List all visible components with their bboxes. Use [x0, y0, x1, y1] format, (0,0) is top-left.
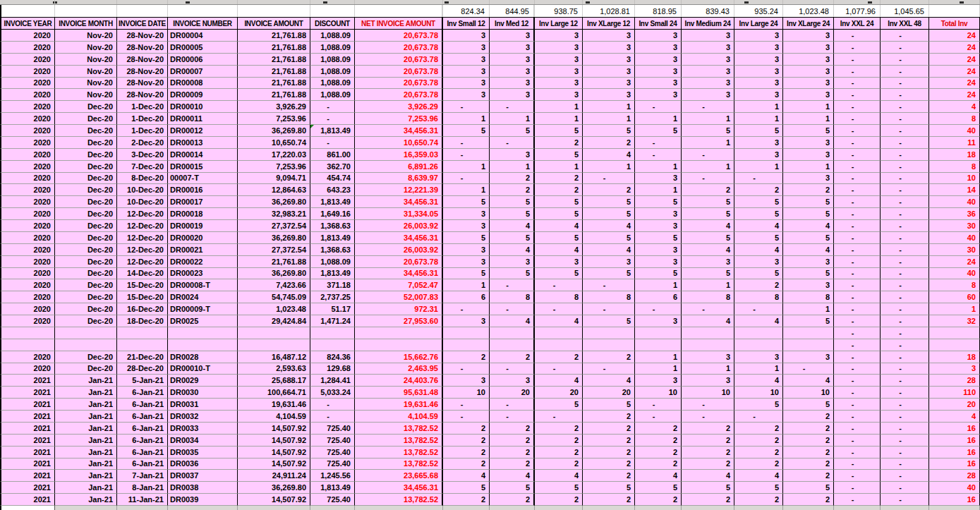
cell[interactable]: 2 — [535, 351, 583, 363]
price-cell[interactable] — [929, 5, 980, 17]
cell[interactable]: - — [834, 244, 881, 256]
header-cell-inv-large-24[interactable]: Inv Large 24 — [734, 17, 783, 30]
cell[interactable] — [583, 327, 635, 339]
price-cell[interactable]: 1,077.96 — [834, 5, 881, 17]
cell[interactable]: 27,372.54 — [238, 220, 310, 232]
cell[interactable]: 1 — [783, 113, 834, 125]
cell[interactable]: 3 — [490, 78, 535, 90]
cell[interactable]: 5 — [783, 399, 834, 411]
cell[interactable]: - — [583, 173, 635, 185]
cell[interactable]: Nov-20 — [55, 66, 117, 78]
cell[interactable]: DR0029 — [168, 375, 238, 387]
cell[interactable]: - — [881, 149, 929, 161]
cell[interactable]: 3 — [583, 54, 635, 66]
cell[interactable]: 6-Jan-21 — [117, 423, 168, 435]
cell[interactable]: - — [881, 208, 929, 220]
cell[interactable]: 24 — [929, 256, 980, 268]
cell[interactable]: 3 — [682, 89, 734, 101]
cell[interactable] — [682, 339, 734, 351]
cell[interactable]: 2020 — [0, 196, 55, 208]
cell[interactable]: 5 — [783, 482, 834, 494]
cell[interactable]: DR00021 — [168, 244, 238, 256]
cell[interactable]: 5 — [583, 232, 635, 244]
cell[interactable]: 24 — [929, 78, 980, 90]
cell[interactable]: DR00008 — [168, 78, 238, 90]
cell[interactable]: 14,507.92 — [238, 459, 310, 470]
cell[interactable]: - — [834, 351, 881, 363]
cell[interactable]: 3 — [734, 42, 783, 54]
cell[interactable]: - — [635, 149, 682, 161]
cell[interactable]: 2020 — [0, 184, 55, 196]
cell[interactable]: 1,284.41 — [310, 375, 355, 387]
cell[interactable]: 5 — [583, 208, 635, 220]
cell[interactable]: 2 — [783, 184, 834, 196]
next-row-cell[interactable] — [783, 506, 834, 510]
cell[interactable]: 2 — [583, 351, 635, 363]
cell[interactable]: 21,761.88 — [238, 256, 310, 268]
cell[interactable]: - — [443, 303, 490, 315]
cell[interactable]: 16 — [929, 459, 980, 470]
cell[interactable]: - — [881, 66, 929, 78]
cell[interactable]: - — [881, 470, 929, 482]
cell[interactable]: DR00017 — [168, 196, 238, 208]
cell[interactable]: - — [834, 137, 881, 149]
cell[interactable]: 5 — [490, 125, 535, 137]
cell[interactable]: 2020 — [0, 244, 55, 256]
cell[interactable]: 5 — [535, 399, 583, 411]
cell[interactable]: - — [834, 268, 881, 280]
price-cell[interactable]: 1,023.48 — [783, 5, 834, 17]
cell[interactable]: 4 — [734, 244, 783, 256]
cell[interactable]: 4 — [783, 244, 834, 256]
cell[interactable]: - — [881, 399, 929, 411]
cell[interactable]: Jan-21 — [55, 494, 117, 506]
cell[interactable]: 21,761.88 — [238, 42, 310, 54]
cell[interactable]: 3 — [443, 256, 490, 268]
cell[interactable]: 2020 — [0, 66, 55, 78]
cell[interactable]: 3 — [783, 78, 834, 90]
cell[interactable]: 2021 — [0, 494, 55, 506]
cell[interactable]: 4 — [682, 244, 734, 256]
cell[interactable]: 28-Nov-20 — [117, 42, 168, 54]
cell[interactable]: 3 — [682, 54, 734, 66]
cell[interactable]: - — [834, 125, 881, 137]
cell[interactable]: - — [583, 303, 635, 315]
cell[interactable]: Jan-21 — [55, 435, 117, 447]
cell[interactable]: 6 — [443, 291, 490, 303]
cell[interactable]: 972.31 — [355, 303, 443, 315]
cell[interactable]: 28-Nov-20 — [117, 30, 168, 42]
cell[interactable]: 7,423.66 — [238, 279, 310, 291]
cell[interactable]: Nov-20 — [55, 54, 117, 66]
cell[interactable]: - — [881, 89, 929, 101]
cell[interactable]: 5 — [682, 268, 734, 280]
cell[interactable]: 2 — [635, 447, 682, 459]
cell[interactable]: 1 — [535, 161, 583, 173]
cell[interactable]: 95,631.48 — [355, 387, 443, 399]
cell[interactable]: 3 — [583, 256, 635, 268]
cell[interactable]: 3 — [583, 78, 635, 90]
cell[interactable]: - — [834, 42, 881, 54]
cell[interactable]: 13,782.52 — [355, 447, 443, 459]
cell[interactable]: 5 — [535, 232, 583, 244]
cell[interactable]: 31,334.05 — [355, 208, 443, 220]
cell[interactable] — [55, 327, 117, 339]
cell[interactable]: 4 — [734, 220, 783, 232]
cell[interactable]: 3 — [443, 208, 490, 220]
price-cell[interactable]: 818.95 — [635, 5, 682, 17]
cell[interactable]: 2020 — [0, 303, 55, 315]
cell[interactable]: 1,088.09 — [310, 42, 355, 54]
cell[interactable]: 1 — [443, 113, 490, 125]
cell[interactable]: 20,673.78 — [355, 30, 443, 42]
cell[interactable]: 5 — [783, 196, 834, 208]
cell[interactable]: 1-Dec-20 — [117, 125, 168, 137]
cell[interactable]: - — [834, 315, 881, 327]
cell[interactable]: 29,424.84 — [238, 315, 310, 327]
cell[interactable] — [682, 327, 734, 339]
cell[interactable]: - — [881, 137, 929, 149]
cell[interactable]: 1,471.24 — [310, 315, 355, 327]
cell[interactable]: 3 — [490, 149, 535, 161]
cell[interactable]: Dec-20 — [55, 137, 117, 149]
cell[interactable] — [535, 339, 583, 351]
cell[interactable]: 00007-T — [168, 173, 238, 185]
cell[interactable]: 14,507.92 — [238, 423, 310, 435]
cell[interactable]: - — [834, 459, 881, 470]
